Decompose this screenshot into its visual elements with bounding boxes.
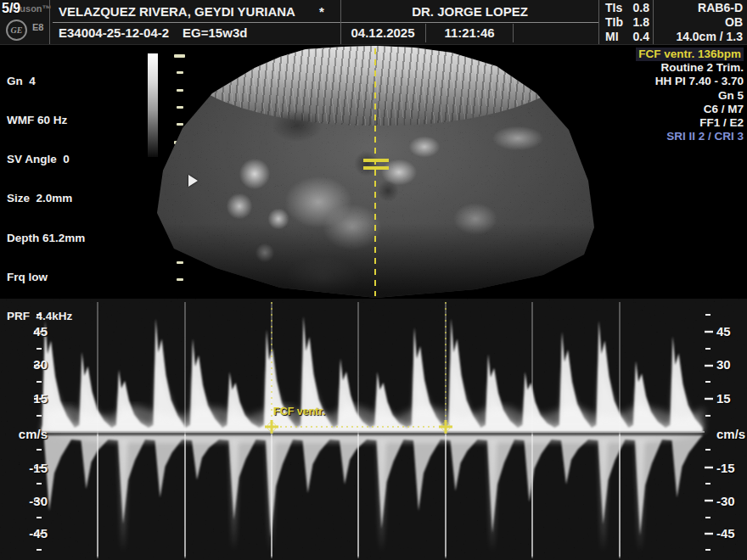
b-mode-image [144,45,611,300]
param-harmonics: HH PI 7.40 - 3.70 [636,75,744,88]
axis-label: 15 [15,391,48,406]
axis-label: 45 [716,324,731,339]
param-gain: Gn 4 [7,75,85,87]
header-divider [513,24,514,42]
param-wmf: WMF 60 Hz [7,114,85,126]
axis-label: -45 [15,526,48,540]
ruler-tick [174,54,185,58]
axis-label: 30 [15,357,48,372]
ruler-tick [177,261,183,264]
header-row-divider [53,22,598,23]
axis-label: 15 [716,391,731,406]
axis-unit-label: cm/s [15,427,48,441]
axis-label: -30 [15,494,48,508]
ruler-tick [177,278,183,281]
header-divider [598,0,599,44]
axis-label: 45 [15,324,48,339]
image-counter: 5/9 [2,1,20,16]
grayscale-bar [148,53,158,157]
param-sv-size: Size 2.0mm [7,192,85,204]
patient-row: VELAZQUEZ RIVERA, GEYDI YURIANA * [59,4,324,19]
axis-unit-label: cm/s [716,427,745,441]
ruler-tick [177,71,183,74]
exam-date: 04.12.2025 [341,25,424,40]
header-bar: Voluson™ 5/9 GE E8 VELAZQUEZ RIVERA, GEY… [0,0,747,45]
gestational-age: EG=15w3d [183,25,247,40]
caliper-measurement-label: FCF ventr. [273,406,325,417]
doppler-params: FCF ventr. 136bpm Routine 2 Trim. HH PI … [636,48,744,143]
patient-name: VELAZQUEZ RIVERA, GEYDI YURIANA [59,4,295,19]
pointer-cursor-icon[interactable] [188,175,198,187]
param-filter-enhance: FF1 / E2 [636,116,744,130]
sample-gate-bottom[interactable] [363,166,389,170]
physician-name: DR. JORGE LOPEZ [341,4,598,19]
spectral-doppler-trace [0,299,747,560]
axis-label: -45 [716,526,735,540]
param-sri-cri: SRI II 2 / CRI 3 [636,130,744,143]
param-contrast-map: C6 / M7 [636,103,744,116]
machine-model: E8 [32,22,43,32]
ge-logo-icon: GE [6,20,27,41]
axis-label: 30 [716,357,731,372]
probe-preset: OB [725,15,743,29]
ultrasound-screen: Voluson™ 5/9 GE E8 VELAZQUEZ RIVERA, GEY… [0,0,747,560]
probe-name: RAB6-D [698,1,743,14]
param-sv-angle: SV Angle 0 [7,153,85,165]
doppler-cursor-line[interactable] [374,48,376,296]
exam-time: 11:21:46 [427,25,512,40]
axis-label: -30 [716,494,735,508]
header-divider [653,0,654,44]
header-divider [340,0,341,44]
param-depth: Depth 61.2mm [7,232,85,244]
param-frq: Frq low [7,271,85,283]
thermal-index-soft: TIs0.8 [605,1,649,14]
thermal-index-bone: TIb1.8 [605,15,649,29]
param-routine: Routine 2 Trim. [636,61,744,75]
mechanical-index: MI0.4 [605,30,649,43]
header-divider [425,24,426,42]
header-divider [49,0,50,44]
patient-id-row: E34004-25-12-04-2 EG=15w3d [59,25,247,40]
sample-gate-top[interactable] [363,159,389,162]
fcf-measurement: FCF ventr. 136bpm [636,48,744,61]
axis-label: -15 [716,461,735,475]
patient-id: E34004-25-12-04-2 [59,25,169,40]
param-gain2: Gn 5 [636,89,744,103]
ruler-tick [177,89,183,92]
depth-shadow [144,45,611,300]
patient-flag: * [319,4,324,19]
ruler-tick [177,123,183,126]
ruler-tick [177,106,183,109]
axis-label: -15 [15,461,48,475]
probe-depth-framerate: 14.0cm / 1.3 [676,30,743,43]
